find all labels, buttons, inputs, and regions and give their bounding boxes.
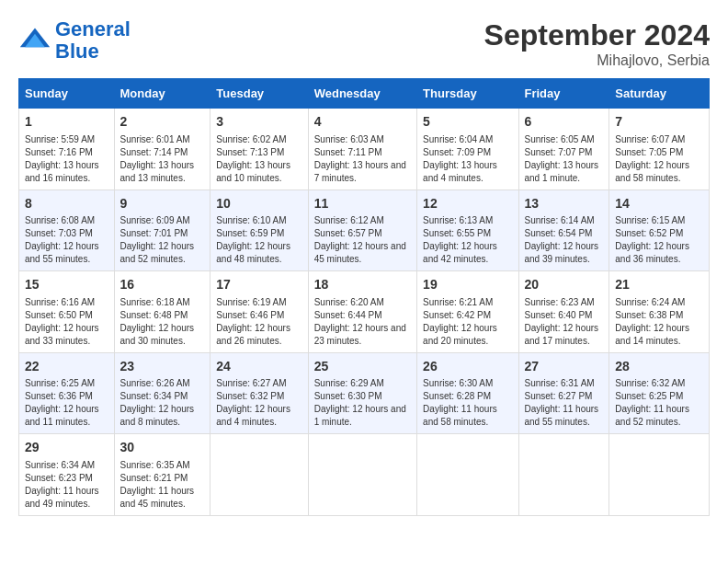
- day-cell-20: 20 Sunrise: 6:23 AM Sunset: 6:40 PM Dayl…: [518, 271, 609, 353]
- logo-blue: Blue: [55, 40, 99, 63]
- header-wednesday: Wednesday: [308, 79, 416, 109]
- empty-cell-4: [518, 434, 609, 516]
- week-row-3: 15 Sunrise: 6:16 AM Sunset: 6:50 PM Dayl…: [19, 271, 710, 353]
- day-cell-23: 23 Sunrise: 6:26 AM Sunset: 6:34 PM Dayl…: [114, 352, 210, 434]
- day-cell-4: 4 Sunrise: 6:03 AM Sunset: 7:11 PM Dayli…: [308, 109, 416, 190]
- page-header: General Blue September 2024 Mihajlovo, S…: [18, 18, 710, 69]
- header-thursday: Thursday: [417, 79, 518, 109]
- calendar-header: Sunday Monday Tuesday Wednesday Thursday…: [19, 79, 710, 109]
- header-tuesday: Tuesday: [210, 79, 308, 109]
- day-cell-16: 16 Sunrise: 6:18 AM Sunset: 6:48 PM Dayl…: [114, 271, 210, 353]
- week-row-4: 22 Sunrise: 6:25 AM Sunset: 6:36 PM Dayl…: [19, 352, 710, 434]
- logo-icon: [18, 24, 51, 57]
- day-cell-26: 26 Sunrise: 6:30 AM Sunset: 6:28 PM Dayl…: [417, 352, 518, 434]
- empty-cell-2: [308, 434, 416, 516]
- logo-general: General: [55, 17, 131, 40]
- day-cell-2: 2 Sunrise: 6:01 AM Sunset: 7:14 PM Dayli…: [114, 109, 210, 190]
- day-cell-19: 19 Sunrise: 6:21 AM Sunset: 6:42 PM Dayl…: [417, 271, 518, 353]
- day-cell-14: 14 Sunrise: 6:15 AM Sunset: 6:52 PM Dayl…: [609, 190, 710, 271]
- empty-cell-3: [417, 434, 518, 516]
- day-cell-15: 15 Sunrise: 6:16 AM Sunset: 6:50 PM Dayl…: [19, 271, 115, 353]
- day-cell-8: 8 Sunrise: 6:08 AM Sunset: 7:03 PM Dayli…: [19, 190, 115, 271]
- day-cell-22: 22 Sunrise: 6:25 AM Sunset: 6:36 PM Dayl…: [19, 352, 115, 434]
- day-cell-9: 9 Sunrise: 6:09 AM Sunset: 7:01 PM Dayli…: [114, 190, 210, 271]
- day-cell-13: 13 Sunrise: 6:14 AM Sunset: 6:54 PM Dayl…: [518, 190, 609, 271]
- day-cell-17: 17 Sunrise: 6:19 AM Sunset: 6:46 PM Dayl…: [210, 271, 308, 353]
- logo: General Blue: [18, 18, 131, 63]
- page-title: September 2024: [484, 18, 710, 52]
- week-row-5: 29 Sunrise: 6:34 AM Sunset: 6:23 PM Dayl…: [19, 434, 710, 516]
- day-cell-6: 6 Sunrise: 6:05 AM Sunset: 7:07 PM Dayli…: [518, 109, 609, 190]
- header-friday: Friday: [518, 79, 609, 109]
- calendar-body: 1 Sunrise: 5:59 AM Sunset: 7:16 PM Dayli…: [19, 109, 710, 516]
- week-row-2: 8 Sunrise: 6:08 AM Sunset: 7:03 PM Dayli…: [19, 190, 710, 271]
- page-subtitle: Mihajlovo, Serbia: [484, 52, 710, 69]
- day-cell-27: 27 Sunrise: 6:31 AM Sunset: 6:27 PM Dayl…: [518, 352, 609, 434]
- day-cell-28: 28 Sunrise: 6:32 AM Sunset: 6:25 PM Dayl…: [609, 352, 710, 434]
- logo-text: General Blue: [55, 18, 131, 63]
- header-saturday: Saturday: [609, 79, 710, 109]
- calendar-table: Sunday Monday Tuesday Wednesday Thursday…: [18, 78, 710, 516]
- day-cell-29: 29 Sunrise: 6:34 AM Sunset: 6:23 PM Dayl…: [19, 434, 115, 516]
- day-cell-7: 7 Sunrise: 6:07 AM Sunset: 7:05 PM Dayli…: [609, 109, 710, 190]
- header-sunday: Sunday: [19, 79, 115, 109]
- header-monday: Monday: [114, 79, 210, 109]
- week-row-1: 1 Sunrise: 5:59 AM Sunset: 7:16 PM Dayli…: [19, 109, 710, 190]
- day-cell-21: 21 Sunrise: 6:24 AM Sunset: 6:38 PM Dayl…: [609, 271, 710, 353]
- day-cell-24: 24 Sunrise: 6:27 AM Sunset: 6:32 PM Dayl…: [210, 352, 308, 434]
- day-cell-11: 11 Sunrise: 6:12 AM Sunset: 6:57 PM Dayl…: [308, 190, 416, 271]
- empty-cell-1: [210, 434, 308, 516]
- title-block: September 2024 Mihajlovo, Serbia: [484, 18, 710, 69]
- day-cell-5: 5 Sunrise: 6:04 AM Sunset: 7:09 PM Dayli…: [417, 109, 518, 190]
- day-cell-1: 1 Sunrise: 5:59 AM Sunset: 7:16 PM Dayli…: [19, 109, 115, 190]
- empty-cell-5: [609, 434, 710, 516]
- day-cell-3: 3 Sunrise: 6:02 AM Sunset: 7:13 PM Dayli…: [210, 109, 308, 190]
- day-cell-18: 18 Sunrise: 6:20 AM Sunset: 6:44 PM Dayl…: [308, 271, 416, 353]
- header-row: Sunday Monday Tuesday Wednesday Thursday…: [19, 79, 710, 109]
- day-cell-12: 12 Sunrise: 6:13 AM Sunset: 6:55 PM Dayl…: [417, 190, 518, 271]
- day-cell-25: 25 Sunrise: 6:29 AM Sunset: 6:30 PM Dayl…: [308, 352, 416, 434]
- day-cell-10: 10 Sunrise: 6:10 AM Sunset: 6:59 PM Dayl…: [210, 190, 308, 271]
- day-cell-30: 30 Sunrise: 6:35 AM Sunset: 6:21 PM Dayl…: [114, 434, 210, 516]
